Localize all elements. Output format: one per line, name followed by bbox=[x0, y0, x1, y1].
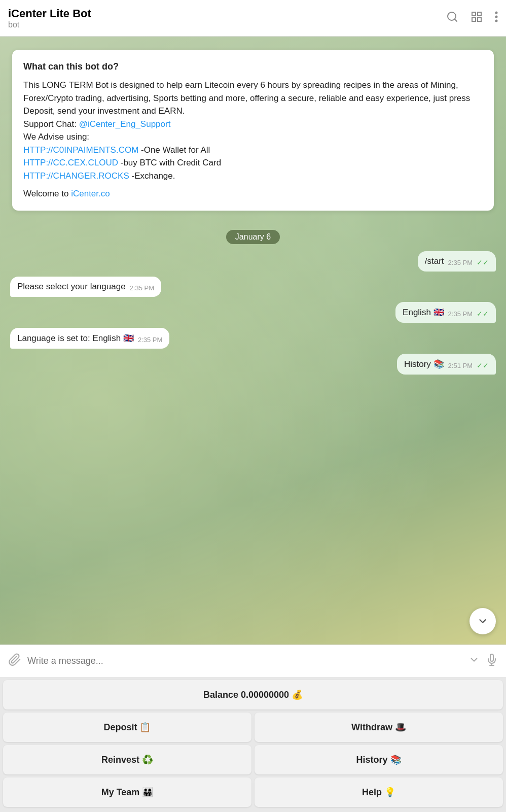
message-time: 2:51 PM bbox=[448, 362, 473, 369]
more-icon[interactable] bbox=[495, 11, 498, 26]
message-bubble: Language is set to: English 🇬🇧2:35 PM bbox=[10, 328, 169, 349]
attach-icon[interactable] bbox=[8, 653, 21, 669]
changer-link[interactable]: HTTP://CHANGER.ROCKS bbox=[23, 171, 129, 181]
emoji-chevron-icon[interactable] bbox=[468, 654, 480, 668]
svg-line-1 bbox=[455, 19, 457, 21]
bot-card-link3-line: HTTP://CHANGER.ROCKS -Exchange. bbox=[23, 170, 483, 183]
search-icon[interactable] bbox=[446, 11, 458, 26]
date-label: January 6 bbox=[226, 230, 280, 244]
bot-name: iCenter Lite Bot bbox=[8, 7, 446, 20]
bot-card-welcome: Welcome to iCenter.co bbox=[23, 187, 483, 200]
message-text: Language is set to: English 🇬🇧 bbox=[17, 333, 134, 344]
message-row: English 🇬🇧2:35 PM✓✓ bbox=[10, 302, 496, 323]
support-link[interactable]: @iCenter_Eng_Support bbox=[79, 119, 171, 129]
message-text: English 🇬🇧 bbox=[403, 307, 444, 318]
bot-type: bot bbox=[8, 20, 446, 29]
message-ticks: ✓✓ bbox=[477, 310, 489, 318]
my-team-button[interactable]: My Team 👨‍👩‍👧‍👦 bbox=[3, 777, 251, 807]
svg-rect-5 bbox=[478, 18, 481, 21]
grid-icon[interactable] bbox=[471, 11, 483, 26]
icenter-link[interactable]: iCenter.co bbox=[71, 189, 110, 198]
message-input-bar bbox=[0, 645, 506, 677]
help-button[interactable]: Help 💡 bbox=[255, 777, 503, 807]
message-row: Please select your language2:35 PM bbox=[10, 277, 496, 297]
chat-area: What can this bot do? This LONG TERM Bot… bbox=[0, 37, 506, 645]
bot-card-link1-line: HTTP://C0INPAIMENTS.COM -One Wallet for … bbox=[23, 144, 483, 157]
bot-card-description: This LONG TERM Bot is designed to help e… bbox=[23, 79, 483, 118]
chat-content: What can this bot do? This LONG TERM Bot… bbox=[0, 37, 506, 383]
svg-rect-3 bbox=[478, 12, 481, 16]
keyboard-row-2: Reinvest ♻️History 📚 bbox=[3, 745, 503, 774]
message-ticks: ✓✓ bbox=[477, 258, 489, 266]
svg-rect-4 bbox=[472, 18, 476, 21]
mic-icon[interactable] bbox=[486, 654, 498, 669]
header-info: iCenter Lite Bot bot bbox=[8, 7, 446, 29]
withdraw-button[interactable]: Withdraw 🎩 bbox=[255, 713, 503, 742]
reinvest-button[interactable]: Reinvest ♻️ bbox=[3, 745, 251, 774]
bot-info-card: What can this bot do? This LONG TERM Bot… bbox=[12, 50, 494, 211]
history-button[interactable]: History 📚 bbox=[255, 745, 503, 774]
keyboard-row-1: Deposit 📋Withdraw 🎩 bbox=[3, 713, 503, 742]
bot-card-link2-line: HTTP://CC.CEX.CLOUD -buy BTC with Credit… bbox=[23, 156, 483, 170]
message-bubble: Please select your language2:35 PM bbox=[10, 277, 161, 297]
message-input[interactable] bbox=[27, 656, 462, 666]
message-time: 2:35 PM bbox=[448, 310, 473, 318]
bot-card-title: What can this bot do? bbox=[23, 60, 483, 74]
svg-point-7 bbox=[495, 15, 498, 18]
message-row: History 📚2:51 PM✓✓ bbox=[10, 354, 496, 375]
bot-keyboard: Balance 0.00000000 💰 Deposit 📋Withdraw 🎩… bbox=[0, 677, 506, 812]
message-text: History 📚 bbox=[404, 359, 444, 369]
header-actions bbox=[446, 11, 498, 26]
keyboard-row-3: My Team 👨‍👩‍👧‍👦Help 💡 bbox=[3, 777, 503, 807]
svg-rect-2 bbox=[472, 12, 476, 16]
message-row: /start2:35 PM✓✓ bbox=[10, 251, 496, 272]
deposit-button[interactable]: Deposit 📋 bbox=[3, 713, 251, 742]
coinpayments-link[interactable]: HTTP://C0INPAIMENTS.COM bbox=[23, 145, 138, 155]
cex-link[interactable]: HTTP://CC.CEX.CLOUD bbox=[23, 158, 118, 167]
message-bubble: /start2:35 PM✓✓ bbox=[418, 251, 496, 272]
message-text: /start bbox=[425, 256, 444, 266]
message-time: 2:35 PM bbox=[138, 336, 162, 344]
balance-button[interactable]: Balance 0.00000000 💰 bbox=[3, 680, 503, 709]
message-text: Please select your language bbox=[17, 282, 126, 292]
message-time: 2:35 PM bbox=[130, 284, 154, 292]
message-bubble: History 📚2:51 PM✓✓ bbox=[397, 354, 496, 375]
bot-card-support: Support Chat: @iCenter_Eng_Support bbox=[23, 118, 483, 131]
message-ticks: ✓✓ bbox=[477, 361, 489, 369]
message-time: 2:35 PM bbox=[448, 259, 473, 266]
header: iCenter Lite Bot bot bbox=[0, 0, 506, 37]
message-bubble: English 🇬🇧2:35 PM✓✓ bbox=[395, 302, 496, 323]
svg-point-8 bbox=[495, 19, 498, 22]
messages-list: /start2:35 PM✓✓Please select your langua… bbox=[8, 251, 498, 375]
scroll-down-button[interactable] bbox=[469, 608, 496, 634]
date-badge: January 6 bbox=[8, 230, 498, 244]
message-row: Language is set to: English 🇬🇧2:35 PM bbox=[10, 328, 496, 349]
svg-point-6 bbox=[495, 11, 498, 14]
bot-card-advise: We Advise using: bbox=[23, 130, 483, 144]
